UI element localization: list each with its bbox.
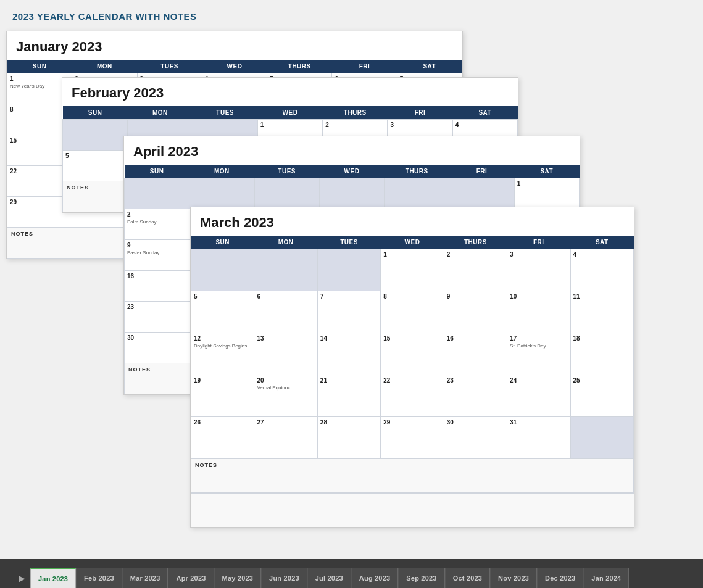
mar-day-29: 29 (381, 417, 444, 459)
apr-day-1: 1 (514, 178, 579, 209)
mar-day-18: 18 (570, 333, 633, 375)
apr-empty-1 (125, 178, 189, 209)
mar-day-16: 16 (444, 333, 507, 375)
table-row: 1 2 3 4 (191, 249, 634, 291)
mar-out-1 (570, 417, 633, 459)
jan-col-sat: SAT (397, 60, 462, 73)
mar-day-9: 9 (444, 291, 507, 333)
tab-sep-2023[interactable]: Sep 2023 (398, 568, 444, 588)
apr-col-sun: SUN (125, 165, 189, 178)
mar-day-15: 15 (381, 333, 444, 375)
apr-col-thu: THURS (385, 165, 449, 178)
mar-col-wed: WED (381, 236, 444, 249)
jan-col-mon: MON (72, 60, 137, 73)
mar-day-6: 6 (254, 291, 317, 333)
mar-day-11: 11 (570, 291, 633, 333)
mar-day-13: 13 (254, 333, 317, 375)
mar-day-26: 26 (191, 417, 254, 459)
table-row: 26 27 28 29 30 31 (191, 417, 634, 459)
feb-empty-1 (63, 120, 128, 151)
mar-day-2: 2 (444, 249, 507, 291)
calendar-march: March 2023 SUN MON TUES WED THURS FRI SA… (190, 207, 634, 528)
apr-col-sat: SAT (514, 165, 579, 178)
tab-aug-2023[interactable]: Aug 2023 (351, 568, 399, 588)
mar-day-4: 4 (570, 249, 633, 291)
mar-day-8: 8 (381, 291, 444, 333)
mar-day-10: 10 (507, 291, 570, 333)
main-area: 2023 YEARLY CALENDAR WITH NOTES January … (0, 0, 703, 559)
jan-col-sun: SUN (7, 60, 72, 73)
table-row: 1 (125, 178, 580, 209)
apr-day-16: 16 (125, 271, 189, 302)
mar-day-21: 21 (317, 375, 380, 417)
tab-jul-2023[interactable]: Jul 2023 (307, 568, 351, 588)
feb-col-tue: TUES (193, 106, 257, 120)
mar-day-30: 30 (444, 417, 507, 459)
tab-mar-2023[interactable]: Mar 2023 (122, 568, 168, 588)
march-table: SUN MON TUES WED THURS FRI SAT 1 2 3 (191, 236, 634, 493)
feb-col-thu: THURS (323, 106, 388, 120)
tab-dec-2023[interactable]: Dec 2023 (537, 568, 583, 588)
apr-day-23: 23 (125, 302, 189, 333)
mar-empty-3 (317, 249, 380, 291)
tab-jan-2024[interactable]: Jan 2024 (583, 568, 629, 588)
apr-empty-5 (385, 178, 449, 209)
table-row: 5 6 7 8 9 10 11 (191, 291, 634, 333)
tab-may-2023[interactable]: May 2023 (214, 568, 262, 588)
feb-col-sat: SAT (452, 106, 517, 120)
jan-col-thu: THURS (267, 60, 332, 73)
mar-day-27: 27 (254, 417, 317, 459)
jan-col-fri: FRI (332, 60, 397, 73)
mar-empty-2 (254, 249, 317, 291)
apr-col-fri: FRI (449, 165, 514, 178)
mar-col-mon: MON (254, 236, 317, 249)
tab-scroll-left[interactable]: ▶ (14, 568, 30, 588)
mar-day-20: 20Vernal Equinox (254, 375, 317, 417)
march-notes-area (191, 493, 634, 527)
mar-day-1: 1 (381, 249, 444, 291)
mar-day-3: 3 (507, 249, 570, 291)
tab-jan-2023[interactable]: Jan 2023 (30, 568, 76, 588)
mar-day-23: 23 (444, 375, 507, 417)
jan-col-tue: TUES (137, 60, 202, 73)
apr-col-wed: WED (319, 165, 384, 178)
mar-col-sat: SAT (570, 236, 633, 249)
jan-col-wed: WED (202, 60, 267, 73)
tab-bar: ▶ Jan 2023 Feb 2023 Mar 2023 Apr 2023 Ma… (0, 559, 703, 588)
mar-day-31: 31 (507, 417, 570, 459)
apr-day-30: 30 (125, 333, 189, 363)
january-title: January 2023 (7, 31, 462, 60)
apr-day-2: 2Palm Sunday (125, 209, 189, 240)
apr-col-mon: MON (189, 165, 254, 178)
mar-day-12: 12Daylight Savings Begins (191, 333, 254, 375)
mar-day-28: 28 (317, 417, 380, 459)
mar-day-25: 25 (570, 375, 633, 417)
apr-empty-6 (449, 178, 514, 209)
mar-day-22: 22 (381, 375, 444, 417)
apr-empty-4 (319, 178, 384, 209)
mar-empty-1 (191, 249, 254, 291)
tab-jun-2023[interactable]: Jun 2023 (261, 568, 307, 588)
feb-col-sun: SUN (63, 106, 128, 120)
tab-apr-2023[interactable]: Apr 2023 (168, 568, 214, 588)
february-title: February 2023 (62, 78, 518, 106)
mar-notes: NOTES (191, 459, 634, 493)
tab-oct-2023[interactable]: Oct 2023 (445, 568, 490, 588)
mar-day-7: 7 (317, 291, 380, 333)
mar-day-14: 14 (317, 333, 380, 375)
tab-nov-2023[interactable]: Nov 2023 (490, 568, 537, 588)
mar-notes-row: NOTES (191, 459, 634, 493)
table-row: 12Daylight Savings Begins 13 14 15 16 17… (191, 333, 634, 375)
page-title: 2023 YEARLY CALENDAR WITH NOTES (12, 11, 691, 22)
mar-day-24: 24 (507, 375, 570, 417)
tab-feb-2023[interactable]: Feb 2023 (76, 568, 122, 588)
apr-empty-3 (254, 178, 319, 209)
mar-day-5: 5 (191, 291, 254, 333)
march-title: March 2023 (191, 207, 634, 236)
feb-col-mon: MON (128, 106, 193, 120)
feb-col-fri: FRI (388, 106, 452, 120)
feb-col-wed: WED (257, 106, 322, 120)
apr-empty-2 (189, 178, 254, 209)
mar-day-17: 17St. Patrick's Day (507, 333, 570, 375)
feb-day-5: 5 (63, 151, 128, 181)
